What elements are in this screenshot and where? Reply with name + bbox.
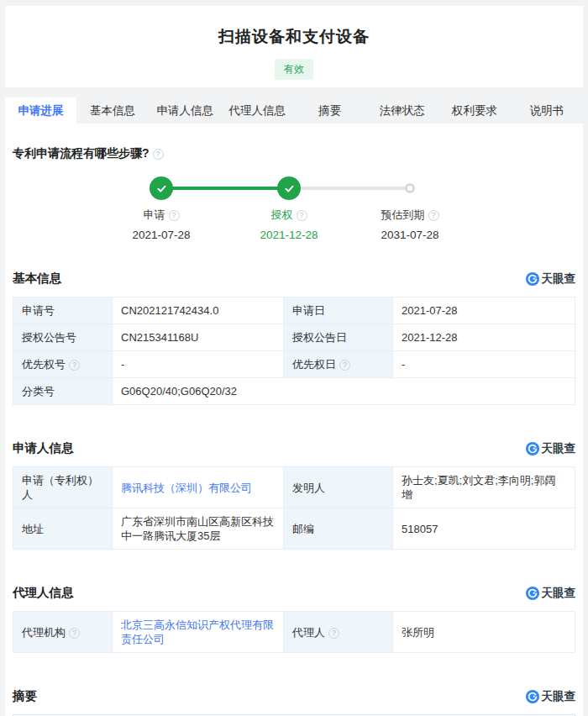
tab-basic-info[interactable]: 基本信息 xyxy=(76,97,149,124)
applicant-info-section: 申请人信息 天眼查 申请（专利权）人 腾讯科技（深圳）有限公司 发明人 孙士友;… xyxy=(13,440,575,550)
field-value: CN202121742434.0 xyxy=(113,297,284,324)
tianyancha-logo-text: 天眼查 xyxy=(542,586,576,601)
field-label-text: 优先权日 xyxy=(292,358,336,371)
field-value: - xyxy=(113,351,284,378)
field-value: 孙士友;夏凯;刘文君;李向明;郭阔增 xyxy=(393,467,575,508)
field-value: 2021-07-28 xyxy=(393,297,575,324)
timeline-step-expiry: 预估到期 2031-07-28 xyxy=(351,208,469,241)
tab-agent-info[interactable]: 代理人信息 xyxy=(221,97,293,124)
field-label-text: 优先权号 xyxy=(22,358,66,371)
field-label: 代理人 xyxy=(284,612,393,653)
table-row: 授权公告号 CN215341168U 授权公告日 2021-12-28 xyxy=(13,324,575,351)
patent-header: 扫描设备和支付设备 有效 xyxy=(5,6,583,87)
help-icon[interactable] xyxy=(153,149,164,160)
help-icon[interactable] xyxy=(69,628,80,639)
tianyancha-logo-icon xyxy=(526,690,539,703)
field-label: 申请日 xyxy=(284,297,393,324)
basic-info-section: 基本信息 天眼查 申请号 CN202121742434.0 申请日 2021-0… xyxy=(13,271,575,405)
field-label: 授权公告日 xyxy=(284,324,393,351)
table-row: 分类号 G06Q20/40;G06Q20/32 xyxy=(13,378,575,405)
tab-legal-status[interactable]: 法律状态 xyxy=(366,97,438,124)
tianyancha-logo-icon xyxy=(526,587,539,600)
field-label: 优先权号 xyxy=(13,351,113,378)
table-row: 申请（专利权）人 腾讯科技（深圳）有限公司 发明人 孙士友;夏凯;刘文君;李向明… xyxy=(13,467,575,508)
tab-abstract[interactable]: 摘要 xyxy=(293,97,365,124)
help-icon[interactable] xyxy=(69,360,80,371)
field-value: G06Q20/40;G06Q20/32 xyxy=(113,378,575,405)
basic-info-table: 申请号 CN202121742434.0 申请日 2021-07-28 授权公告… xyxy=(13,297,575,405)
help-icon[interactable] xyxy=(297,210,307,221)
help-icon[interactable] xyxy=(169,210,180,221)
field-label-text: 代理机构 xyxy=(22,626,66,639)
patent-timeline: 申请 2021-07-28 授权 2021-12-28 预估到期 2031-07… xyxy=(13,168,575,245)
page-title: 扫描设备和支付设备 xyxy=(5,6,583,48)
tab-bar: 申请进展 基本信息 申请人信息 代理人信息 摘要 法律状态 权利要求 说明书 xyxy=(5,97,583,124)
tianyancha-logo: 天眼查 xyxy=(526,586,576,601)
tab-claims[interactable]: 权利要求 xyxy=(438,97,511,124)
step-label: 授权 xyxy=(271,208,293,221)
step-check-icon xyxy=(277,176,301,200)
step-date: 2021-07-28 xyxy=(102,229,220,241)
table-row: 代理机构 北京三高永信知识产权代理有限责任公司 代理人 张所明 xyxy=(13,612,575,653)
tianyancha-logo: 天眼查 xyxy=(526,689,576,704)
field-label: 代理机构 xyxy=(13,612,113,653)
field-value: 518057 xyxy=(393,508,575,550)
table-row: 地址 广东省深圳市南山区高新区科技中一路腾讯大厦35层 邮编 518057 xyxy=(13,508,575,550)
field-label: 地址 xyxy=(13,508,113,550)
abstract-section: 摘要 天眼查 本申请公开了一种扫描设备和支付设备，涉及扫描技术领域。所述扫描设备… xyxy=(13,688,575,716)
tianyancha-logo-text: 天眼查 xyxy=(542,271,576,287)
field-label: 发明人 xyxy=(284,467,393,508)
section-title: 代理人信息 xyxy=(13,585,74,601)
tianyancha-logo-icon xyxy=(526,272,539,286)
agent-info-table: 代理机构 北京三高永信知识产权代理有限责任公司 代理人 张所明 xyxy=(13,611,575,653)
status-badge: 有效 xyxy=(275,59,313,80)
field-value: 腾讯科技（深圳）有限公司 xyxy=(113,467,284,508)
timeline-track-done xyxy=(161,187,289,190)
field-label: 分类号 xyxy=(13,378,113,405)
step-pending-icon xyxy=(405,183,415,193)
tab-applicant-info[interactable]: 申请人信息 xyxy=(149,97,221,124)
timeline-step-grant: 授权 2021-12-28 xyxy=(230,208,348,241)
tianyancha-logo: 天眼查 xyxy=(526,271,576,287)
step-date: 2031-07-28 xyxy=(351,229,469,241)
field-label: 邮编 xyxy=(284,508,393,550)
field-value: 2021-12-28 xyxy=(393,324,575,351)
applicant-company-link[interactable]: 腾讯科技（深圳）有限公司 xyxy=(121,482,252,494)
agent-info-section: 代理人信息 天眼查 代理机构 北京三高永信知识产权代理有限责任公司 代理人 张所… xyxy=(13,585,575,653)
field-label: 申请（专利权）人 xyxy=(13,467,113,508)
field-label: 授权公告号 xyxy=(13,324,113,351)
field-label-text: 代理人 xyxy=(292,626,325,639)
field-label: 申请号 xyxy=(13,297,113,324)
timeline-step-application: 申请 2021-07-28 xyxy=(102,208,220,241)
tab-application-progress[interactable]: 申请进展 xyxy=(5,97,76,124)
tianyancha-logo: 天眼查 xyxy=(526,441,576,456)
field-value: 北京三高永信知识产权代理有限责任公司 xyxy=(113,612,284,653)
field-value: - xyxy=(393,351,575,378)
table-row: 优先权号 - 优先权日 - xyxy=(13,351,575,378)
tianyancha-logo-text: 天眼查 xyxy=(542,689,576,704)
step-date: 2021-12-28 xyxy=(230,229,348,241)
tianyancha-logo-icon xyxy=(526,442,539,455)
progress-section: 专利申请流程有哪些步骤? 申请 2021-07-28 授权 2021-12-28… xyxy=(13,124,575,245)
table-row: 申请号 CN202121742434.0 申请日 2021-07-28 xyxy=(13,297,575,324)
field-value: 广东省深圳市南山区高新区科技中一路腾讯大厦35层 xyxy=(113,508,284,550)
help-icon[interactable] xyxy=(428,210,439,221)
progress-question: 专利申请流程有哪些步骤? xyxy=(13,146,150,161)
section-title: 摘要 xyxy=(13,688,37,704)
step-label: 预估到期 xyxy=(381,208,425,221)
help-icon[interactable] xyxy=(339,360,350,371)
field-value: 张所明 xyxy=(393,612,575,653)
field-value: CN215341168U xyxy=(113,324,284,351)
field-label: 优先权日 xyxy=(284,351,393,378)
applicant-info-table: 申请（专利权）人 腾讯科技（深圳）有限公司 发明人 孙士友;夏凯;刘文君;李向明… xyxy=(13,466,575,550)
step-label: 申请 xyxy=(144,208,165,221)
section-title: 基本信息 xyxy=(13,271,61,287)
tab-description[interactable]: 说明书 xyxy=(511,97,583,124)
step-check-icon xyxy=(150,176,173,200)
main-content: 专利申请流程有哪些步骤? 申请 2021-07-28 授权 2021-12-28… xyxy=(5,124,583,716)
tianyancha-logo-text: 天眼查 xyxy=(542,441,576,456)
section-title: 申请人信息 xyxy=(13,440,74,456)
help-icon[interactable] xyxy=(328,628,339,639)
agent-company-link[interactable]: 北京三高永信知识产权代理有限责任公司 xyxy=(121,619,274,645)
